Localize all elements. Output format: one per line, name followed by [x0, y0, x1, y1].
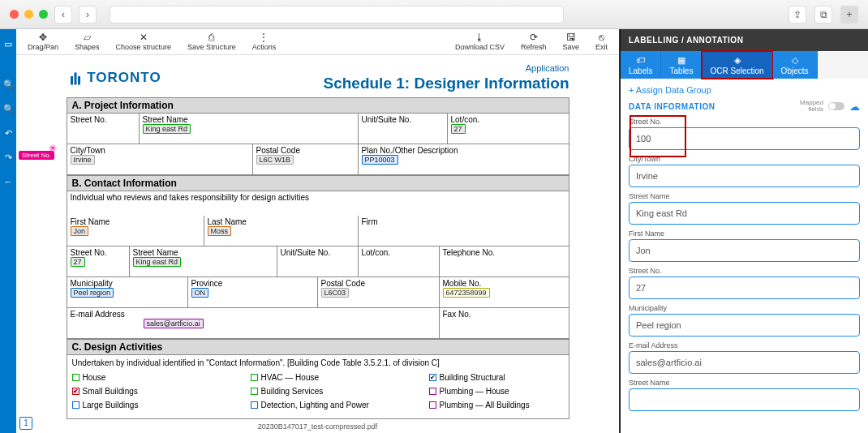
- document: TORONTO Application Schedule 1: Designer…: [67, 63, 569, 433]
- svg-rect-2: [78, 76, 80, 85]
- toronto-logo: TORONTO: [68, 70, 161, 86]
- document-viewport[interactable]: TORONTO Application Schedule 1: Designer…: [16, 55, 619, 433]
- field-input[interactable]: Irvine: [629, 165, 860, 187]
- choose-structure-button[interactable]: ✕Choose structure: [108, 32, 180, 51]
- select-icon[interactable]: ▭: [3, 39, 13, 49]
- field-label: Street No.: [629, 118, 860, 126]
- field-label: First Name: [629, 229, 860, 238]
- field-label: Street No.: [629, 267, 860, 275]
- field-label: City/Town: [629, 155, 860, 163]
- tab-tables[interactable]: ▦Tables: [661, 51, 702, 79]
- shapes-button[interactable]: ▱Shapes: [67, 32, 108, 51]
- field-label: Street Name: [629, 379, 860, 387]
- save-button[interactable]: 🖫Save: [554, 32, 587, 51]
- assign-data-group[interactable]: + Assign Data Group: [629, 84, 860, 96]
- back-icon[interactable]: ←: [3, 177, 13, 186]
- close-icon[interactable]: [10, 10, 19, 19]
- field-input[interactable]: Peel region: [629, 314, 860, 337]
- section-b-header: B. Contact Information: [67, 175, 569, 191]
- section-a-header: A. Project Information: [67, 97, 569, 114]
- field-input[interactable]: 100: [629, 127, 860, 150]
- cloud-upload-icon[interactable]: ☁: [849, 101, 860, 113]
- field-input[interactable]: King east Rd: [629, 202, 860, 225]
- refresh-button[interactable]: ⟳Refresh: [513, 32, 555, 51]
- annotation-panel: LABELLING / ANNOTATION 🏷Labels ▦Tables ◈…: [620, 29, 868, 433]
- back-button[interactable]: ‹: [54, 6, 72, 24]
- tab-objects[interactable]: ◇Objects: [773, 51, 818, 79]
- field-label: Municipality: [629, 304, 860, 312]
- document-footer: 20230B147017_test-compressed.pdf: [67, 419, 569, 433]
- tab-ocr-selection[interactable]: ◈OCR Selection: [702, 51, 772, 79]
- field-label: Street Name: [629, 192, 860, 200]
- dragpan-button[interactable]: ✥Drag/Pan: [19, 32, 67, 51]
- data-information-header: DATA INFORMATION: [629, 102, 715, 111]
- download-csv-button[interactable]: ⭳Download CSV: [447, 32, 513, 51]
- share-button[interactable]: ⇪: [789, 6, 806, 24]
- address-bar[interactable]: [110, 6, 564, 24]
- field-input[interactable]: Jon: [629, 239, 860, 262]
- zoom-out-icon[interactable]: 🔍: [3, 104, 13, 114]
- save-structure-button[interactable]: ⎙Save Structure: [179, 32, 244, 51]
- traffic-lights: [10, 10, 48, 19]
- forward-button[interactable]: ›: [79, 6, 97, 24]
- page-number[interactable]: 1: [19, 417, 32, 430]
- section-c-header: C. Design Activities: [67, 339, 569, 355]
- exit-button[interactable]: ⎋Exit: [587, 32, 616, 51]
- field-input[interactable]: 27: [629, 277, 860, 299]
- field-input[interactable]: sales@artficio.ai: [629, 351, 860, 374]
- field-input[interactable]: [629, 388, 860, 411]
- zoom-in-icon[interactable]: 🔍: [3, 79, 13, 89]
- mapped-fields-label: Mapped fields: [800, 100, 823, 113]
- new-tab-button[interactable]: +: [840, 6, 858, 24]
- svg-rect-1: [71, 76, 73, 85]
- mapped-toggle[interactable]: [828, 102, 844, 110]
- panel-tabs: 🏷Labels ▦Tables ◈OCR Selection ◇Objects: [621, 51, 868, 79]
- tab-labels[interactable]: 🏷Labels: [621, 51, 661, 79]
- undo-icon[interactable]: ↶: [3, 128, 13, 138]
- window-titlebar: ‹ › ⇪ ⧉ +: [0, 0, 868, 29]
- main-toolbar: ✥Drag/Pan ▱Shapes ✕Choose structure ⎙Sav…: [16, 29, 619, 55]
- actions-button[interactable]: ⋮Actions: [244, 32, 285, 51]
- redo-icon[interactable]: ↷: [3, 152, 13, 162]
- minimize-icon[interactable]: [24, 10, 33, 19]
- panel-header: LABELLING / ANNOTATION: [621, 29, 868, 51]
- side-toolbar: ▭ 🔍 🔍 ↶ ↷ ←: [0, 29, 16, 433]
- zoom-icon[interactable]: [39, 10, 48, 19]
- annotation-tag[interactable]: Street No.: [19, 151, 54, 160]
- field-label: E-mail Address: [629, 341, 860, 349]
- svg-rect-0: [74, 72, 76, 84]
- tabs-button[interactable]: ⧉: [814, 6, 832, 24]
